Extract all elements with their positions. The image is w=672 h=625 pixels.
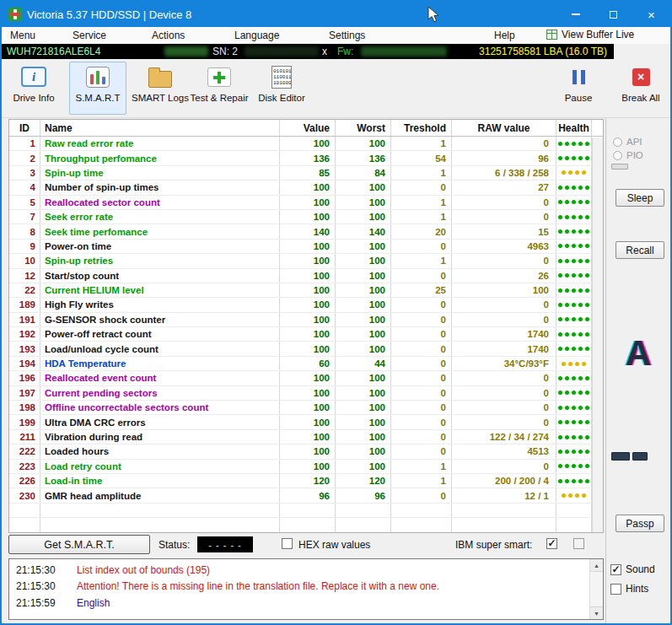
- hex-raw-checkbox[interactable]: [282, 538, 293, 549]
- first-aid-icon: [207, 67, 231, 87]
- attr-worst: 100: [336, 430, 391, 444]
- attr-raw: 0: [452, 415, 556, 428]
- table-row[interactable]: 10 Spin-up retries 100 100 1 0: [9, 254, 603, 268]
- attr-raw: 0: [452, 386, 556, 400]
- table-row[interactable]: 230 GMR head amplitude 96 96 0 12 / 1: [9, 488, 603, 503]
- attr-value: 96: [280, 488, 336, 502]
- table-row[interactable]: 191 G-SENSOR shock counter 100 100 0 0: [9, 313, 603, 327]
- attr-health-dots: [556, 180, 592, 194]
- menu-item-language[interactable]: Language: [234, 30, 279, 41]
- attr-treshold: 54: [391, 151, 452, 164]
- smart-logs-button[interactable]: SMART Logs: [132, 62, 189, 115]
- folder-icon: [148, 71, 172, 88]
- table-body: 1 Raw read error rate 100 100 1 0 2 Thro…: [9, 137, 603, 533]
- status-display: - - - - -: [197, 536, 253, 552]
- log-scrollbar[interactable]: ▲ ▼: [589, 559, 603, 619]
- table-row[interactable]: 199 Ultra DMA CRC errors 100 100 0 0: [9, 415, 603, 429]
- sleep-button[interactable]: Sleep: [616, 189, 664, 207]
- table-row[interactable]: 197 Current pending sectors 100 100 0 0: [9, 386, 603, 401]
- table-row[interactable]: 12 Start/stop count 100 100 0 26: [9, 269, 603, 283]
- disk-editor-button[interactable]: 010101 110011 101000 Disk Editor: [253, 62, 310, 115]
- table-row[interactable]: 223 Load retry count 100 100 1 0: [9, 460, 603, 474]
- attr-name: Load retry count: [40, 460, 280, 473]
- log-timestamp: 21:15:59: [16, 597, 65, 609]
- attr-health-dots: [556, 386, 592, 400]
- scroll-up-icon[interactable]: ▲: [590, 559, 603, 572]
- attr-treshold: 0: [391, 313, 452, 326]
- hints-checkbox-row[interactable]: Hints: [610, 583, 648, 595]
- attr-worst: 100: [336, 254, 391, 267]
- menu-item-settings[interactable]: Settings: [329, 30, 365, 41]
- table-row[interactable]: 222 Loaded hours 100 100 0 4513: [9, 445, 603, 459]
- table-row[interactable]: 7 Seek error rate 100 100 1 0: [9, 210, 603, 224]
- pause-button[interactable]: Pause: [553, 62, 604, 115]
- attr-raw: 0: [452, 196, 556, 209]
- menu-item-menu[interactable]: Menu: [10, 30, 35, 41]
- attr-id: 2: [9, 151, 40, 164]
- api-radio[interactable]: API: [613, 137, 642, 147]
- attr-name: Seek time perfomance: [40, 224, 280, 238]
- attr-raw: 0: [452, 371, 556, 385]
- minimize-button[interactable]: [556, 2, 594, 27]
- table-row[interactable]: 198 Offline uncorrectable sectors count …: [9, 401, 603, 415]
- test-repair-button[interactable]: Test & Repair: [191, 62, 248, 115]
- attr-worst: 100: [336, 371, 391, 385]
- table-row[interactable]: 193 Load/unload cycle count 100 100 0 17…: [9, 342, 603, 356]
- sound-checkbox-row[interactable]: ✓ Sound: [610, 563, 655, 575]
- passp-button[interactable]: Passp: [616, 515, 664, 532]
- attr-health-dots: [556, 240, 592, 253]
- table-row[interactable]: [9, 518, 603, 532]
- menu-item-help[interactable]: Help: [494, 30, 515, 41]
- hints-checkbox[interactable]: [610, 584, 621, 595]
- maximize-button[interactable]: [594, 2, 632, 27]
- view-buffer-live[interactable]: View Buffer Live: [546, 29, 634, 40]
- recall-button[interactable]: Recall: [616, 241, 664, 259]
- table-row[interactable]: 1 Raw read error rate 100 100 1 0: [9, 137, 603, 151]
- attr-id: [9, 504, 40, 517]
- indicator-led-2: [632, 452, 648, 461]
- attr-worst: 100: [336, 313, 391, 326]
- table-row[interactable]: 3 Spin-up time 85 84 1 6 / 338 / 258: [9, 166, 603, 180]
- table-scrollbar[interactable]: [592, 137, 603, 532]
- attr-name: GMR head amplitude: [40, 488, 280, 502]
- serial-redact-mark: x: [322, 44, 327, 59]
- table-row[interactable]: 194 HDA Temperature 60 44 0 34°C/93°F: [9, 357, 603, 371]
- sound-checkbox[interactable]: ✓: [610, 564, 621, 575]
- break-all-button[interactable]: × Break All: [614, 62, 668, 115]
- table-row[interactable]: 5 Reallocated sector count 100 100 1 0: [9, 196, 603, 210]
- drive-info-icon: i: [21, 67, 46, 87]
- attr-worst: 100: [336, 386, 391, 400]
- attr-value: 100: [280, 313, 336, 326]
- ibm-smart-checkbox-2[interactable]: [573, 538, 584, 549]
- menu-item-service[interactable]: Service: [73, 30, 106, 41]
- get-smart-button[interactable]: Get S.M.A.R.T.: [8, 535, 150, 554]
- attr-id: 8: [9, 224, 40, 238]
- smart-button[interactable]: S.M.A.R.T: [69, 62, 126, 115]
- attr-name: Current pending sectors: [40, 386, 280, 400]
- table-row[interactable]: 192 Power-off retract count 100 100 0 17…: [9, 327, 603, 342]
- attr-treshold: 0: [391, 401, 452, 414]
- window-title: Victoria 5.37 HDD/SSD | Device 8: [27, 8, 191, 21]
- table-row[interactable]: 189 High Fly writes 100 100 0 0: [9, 298, 603, 312]
- attr-value: 100: [280, 386, 336, 400]
- table-row[interactable]: 22 Current HELIUM level 100 100 25 100: [9, 283, 603, 298]
- table-row[interactable]: 8 Seek time perfomance 140 140 20 15: [9, 224, 603, 239]
- table-row[interactable]: 196 Reallocated event count 100 100 0 0: [9, 371, 603, 385]
- menu-bar: Menu Service Actions Language Settings H…: [2, 27, 670, 44]
- table-row[interactable]: 4 Number of spin-up times 100 100 0 27: [9, 180, 603, 195]
- pio-radio[interactable]: PIO: [613, 150, 643, 160]
- attr-raw: 26: [452, 269, 556, 283]
- table-row[interactable]: 211 Vibration during read 100 100 0 122 …: [9, 430, 603, 445]
- menu-item-actions[interactable]: Actions: [152, 30, 185, 41]
- attr-raw: 0: [452, 137, 556, 150]
- drive-info-button[interactable]: i Drive Info: [5, 62, 62, 115]
- table-row[interactable]: [9, 504, 603, 518]
- close-button[interactable]: ×: [632, 2, 670, 27]
- attr-worst: 44: [336, 357, 391, 370]
- table-row[interactable]: 9 Power-on time 100 100 0 4963: [9, 240, 603, 254]
- scroll-down-icon[interactable]: ▼: [590, 606, 603, 619]
- table-row[interactable]: 2 Throughput perfomance 136 136 54 96: [9, 151, 603, 165]
- table-row[interactable]: 226 Load-in time 120 120 1 200 / 200 / 4: [9, 474, 603, 488]
- title-bar[interactable]: Victoria 5.37 HDD/SSD | Device 8 ×: [2, 2, 670, 27]
- ibm-smart-checkbox[interactable]: ✓: [546, 538, 557, 549]
